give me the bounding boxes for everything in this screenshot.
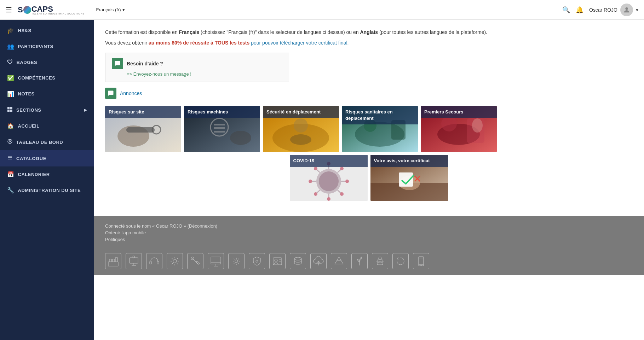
footer-connected: Connecté sous le nom « Oscar ROJO » (Déc… [105,223,633,229]
logo-s: S [18,5,23,14]
svg-rect-19 [214,131,225,133]
search-icon[interactable]: 🔍 [562,6,570,14]
svg-point-85 [294,257,301,260]
card-premiers-secours[interactable]: Premiers Secours [421,106,497,152]
sidebar-label-catalogue: CATALOGUE [16,156,46,161]
card-risques-sanitaires[interactable]: Risques sanitaires en déplacement [342,106,418,152]
layout: 🎓 HS&S 👥 PARTICIPANTS 🛡 BADGES ✅ COMPÉTE… [0,20,644,340]
card-securite[interactable]: Sécurité en déplacement [263,106,339,152]
sidebar-item-catalogue[interactable]: CATALOGUE [0,150,94,166]
language-selector[interactable]: Français (fr) ▾ [93,6,127,14]
svg-point-36 [319,171,339,191]
cards-row-2: COVID-19 [105,155,633,201]
svg-rect-61 [113,259,115,262]
svg-point-42 [345,180,349,183]
footer-icon-person-id [269,253,286,269]
svg-rect-90 [381,261,382,263]
card-covid[interactable]: COVID-19 [290,155,368,201]
footer: Connecté sous le nom « Oscar ROJO » (Déc… [94,216,644,275]
sidebar-label-notes: NOTES [18,91,35,96]
sidebar-item-administration[interactable]: 🔧 ADMINISTRATION DU SITE [0,182,94,198]
svg-rect-64 [130,258,138,263]
help-body: => Envoyez-nous un message ! [127,71,282,77]
sidebar-label-administration: ADMINISTRATION DU SITE [18,188,81,193]
help-box: Besoin d'aide ? => Envoyez-nous un messa… [105,53,289,82]
svg-point-44 [340,192,344,196]
svg-point-82 [275,259,277,262]
help-link[interactable]: => Envoyez-nous un message ! [127,71,191,77]
chart-icon: 📊 [7,90,15,97]
bell-icon[interactable]: 🔔 [576,6,583,14]
sidebar-label-accueil: ACCUEIL [18,123,40,129]
info-mid: (choisissez "Français (fr)" dans le sele… [199,29,360,35]
footer-icon-tools [187,253,203,269]
footer-mobile-app-link[interactable]: Obtenir l'app mobile [105,230,633,235]
svg-point-78 [235,260,238,263]
svg-point-79 [256,260,258,262]
annonces-icon [105,88,116,99]
svg-point-52 [314,167,317,170]
hamburger-icon[interactable]: ☰ [6,6,12,14]
info-post: (pour toutes les autres langues de la pl… [378,29,487,35]
svg-rect-13 [126,127,155,133]
info-line-1: Cette formation est disponible en França… [105,28,633,36]
sidebar-item-tableau[interactable]: TABLEAU DE BORD [0,134,94,150]
footer-icon-shield-lock [249,253,265,269]
home-icon: 🏠 [7,123,15,129]
sidebar-label-badges: BADGES [17,60,38,65]
card-risques-machines[interactable]: Risques machines [184,106,260,152]
card-title-risques-site: Risques sur site [109,109,144,115]
svg-point-91 [379,257,381,260]
card-overlay-premiers-secours: Premiers Secours [421,106,497,118]
svg-rect-60 [109,259,111,262]
help-title: Besoin d'aide ? [127,61,163,66]
svg-point-24 [290,134,311,145]
svg-rect-74 [211,257,221,264]
footer-links: Connecté sous le nom « Oscar ROJO » (Déc… [105,223,633,242]
sidebar-item-accueil[interactable]: 🏠 ACCUEIL [0,118,94,134]
card-title-premiers-secours: Premiers Secours [424,109,464,115]
dashboard-icon [7,139,13,146]
sidebar-item-calendrier[interactable]: 📅 CALENDRIER [0,166,94,182]
svg-rect-59 [108,262,118,266]
logo-subtitle: TALENTED INDUSTRIAL SOLUTIONS [31,12,85,15]
sidebar-item-hss[interactable]: 🎓 HS&S [0,23,94,39]
cards-row-1: Risques sur site [105,106,633,152]
footer-icon-robot [372,253,388,269]
logo: S CAPS TALENTED INDUSTRIAL SOLUTIONS [18,5,85,15]
sidebar-label-tableau: TABLEAU DE BORD [16,140,63,145]
info-line-2: Vous devez obtenir au moins 80% de réuss… [105,39,633,47]
svg-rect-1 [7,107,10,109]
svg-rect-62 [115,258,117,262]
help-icon [112,58,123,69]
card-risques-site[interactable]: Risques sur site [105,106,181,152]
sidebar-item-notes[interactable]: 📊 NOTES [0,86,94,102]
footer-icon-headset [146,253,162,269]
sidebar-item-sections[interactable]: SECTIONS ▶ [0,102,94,118]
sidebar-label-hss: HS&S [18,28,31,33]
footer-icon-mobile-settings [413,253,429,269]
footer-icon-gear-wrench [167,253,183,269]
user-menu[interactable]: Oscar ROJO ▾ [589,4,638,16]
main-area: Cette formation est disponible en França… [94,20,644,340]
footer-icon-settings [228,253,245,269]
arrow-right-icon: ▶ [84,108,87,112]
help-header: Besoin d'aide ? [112,58,282,69]
sidebar-label-sections: SECTIONS [16,107,41,113]
footer-icons [105,248,633,269]
svg-rect-18 [214,127,225,129]
info-line2-highlight: au moins 80% de réussite à TOUS les test… [149,40,249,46]
svg-point-40 [340,167,344,170]
footer-policies-link[interactable]: Politiques [105,237,633,242]
svg-rect-4 [10,110,12,112]
sidebar: 🎓 HS&S 👥 PARTICIPANTS 🛡 BADGES ✅ COMPÉTE… [0,20,94,340]
sidebar-item-participants[interactable]: 👥 PARTICIPANTS [0,39,94,54]
annonces-link[interactable]: Annonces [120,90,142,96]
users-icon: 👥 [7,43,15,50]
sidebar-item-competences[interactable]: ✅ COMPÉTENCES [0,70,94,86]
info-francais: Français [179,29,200,35]
card-votre-avis[interactable]: Votre avis, votre certificat [370,155,448,201]
svg-point-20 [230,131,251,145]
check-icon: ✅ [7,75,15,81]
sidebar-item-badges[interactable]: 🛡 BADGES [0,54,94,70]
